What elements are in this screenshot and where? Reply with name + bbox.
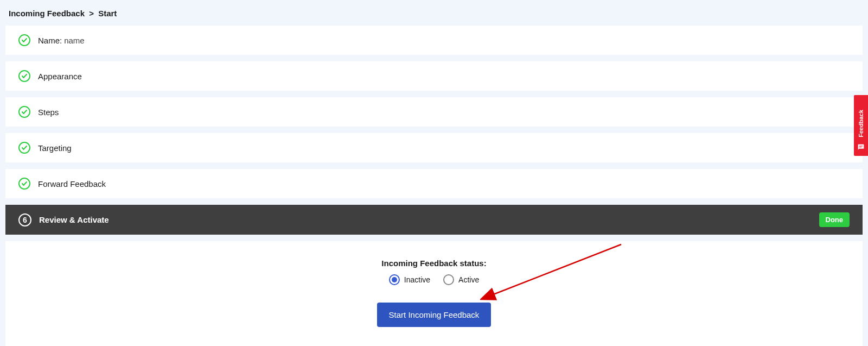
radio-dot-icon [392, 277, 397, 282]
svg-rect-3 [859, 147, 862, 147]
step-label: Targeting [38, 143, 72, 153]
check-icon [18, 70, 30, 82]
status-label: Incoming Feedback status: [381, 259, 486, 268]
check-icon [18, 178, 30, 190]
radio-inactive[interactable]: Inactive [389, 274, 430, 285]
step-steps[interactable]: Steps [5, 97, 863, 127]
step-name[interactable]: Name: name [5, 26, 863, 55]
start-incoming-feedback-button[interactable]: Start Incoming Feedback [377, 303, 492, 327]
step-label: Forward Feedback [38, 179, 106, 188]
step-label: Review & Activate [39, 215, 109, 224]
setup-steps: Name: name Appearance Steps Targeting Fo… [0, 26, 868, 235]
breadcrumb-separator: > [89, 9, 94, 18]
check-icon [18, 142, 30, 154]
step-number-icon: 6 [18, 213, 31, 227]
svg-rect-2 [859, 146, 863, 146]
breadcrumb-current: Start [98, 9, 117, 18]
step-name-value: name [64, 36, 85, 45]
step-label: Steps [38, 108, 59, 117]
breadcrumb: Incoming Feedback > Start [0, 0, 868, 26]
feedback-side-tab[interactable]: Feedback [854, 95, 868, 156]
status-radio-group: Inactive Active [389, 274, 479, 285]
breadcrumb-root[interactable]: Incoming Feedback [9, 9, 85, 18]
done-button[interactable]: Done [819, 212, 850, 227]
step-targeting[interactable]: Targeting [5, 133, 863, 162]
step-label: Name: [38, 36, 62, 45]
step-review-activate[interactable]: 6 Review & Activate Done [5, 205, 863, 235]
radio-icon [389, 274, 400, 285]
radio-label: Inactive [404, 275, 430, 284]
chat-icon [857, 143, 865, 152]
radio-active[interactable]: Active [443, 274, 479, 285]
step-appearance[interactable]: Appearance [5, 61, 863, 91]
radio-icon [443, 274, 454, 285]
step-label: Appearance [38, 72, 82, 81]
step-forward-feedback[interactable]: Forward Feedback [5, 169, 863, 198]
radio-label: Active [458, 275, 479, 284]
review-panel: Incoming Feedback status: Inactive Activ… [5, 241, 863, 346]
check-icon [18, 34, 30, 46]
step-number: 6 [23, 216, 27, 224]
feedback-tab-label: Feedback [858, 110, 864, 137]
check-icon [18, 106, 30, 118]
